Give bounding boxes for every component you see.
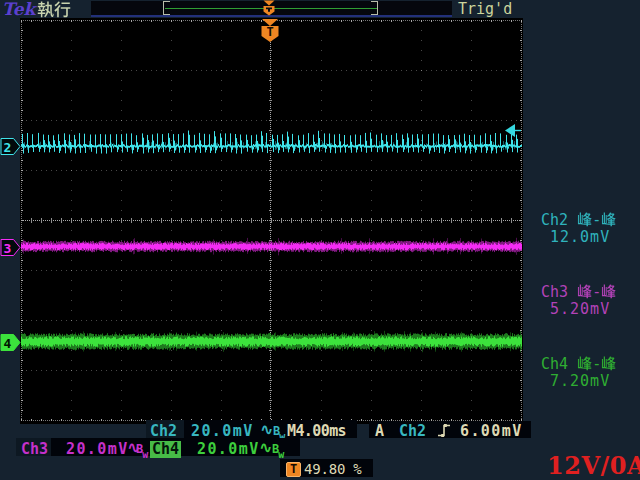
readout-ch3-scale: 20.0mV [66,442,129,457]
channel-marker-ch4-label: 4 [4,336,12,351]
trigger-status: Trig'd [458,1,512,17]
cjk-xing-glyph [54,1,70,17]
acquisition-status [37,1,71,21]
cjk-feng-glyph [578,212,592,226]
ch3-bandwidth-icon: Bw [136,442,148,462]
oscilloscope-screen: { "header": { "brand": "Tek", "acquisiti… [0,0,640,480]
readout-ch2-timebase-box: Ch2 20.0mV ∿ Bw M4.00ms [146,420,357,438]
pkpk-dash: - [592,355,601,373]
cjk-feng [601,284,616,299]
measurement-ch3-value: 5.20mV [541,300,640,317]
readout-trigger-box: A Ch2 6.00mV [369,421,531,438]
measurement-ch4-label: Ch4 - [541,356,640,372]
cjk-feng [577,212,592,227]
cjk-feng-glyph [578,356,592,370]
channel-marker-ch3-label: 3 [4,241,12,256]
readout-ch3-label: Ch3 [21,442,48,457]
tek-logo: Tek [2,0,35,18]
record-window-right-bracket [371,1,378,15]
cjk-feng-glyph [602,356,616,370]
trigger-source: Ch2 [399,424,426,439]
cjk-feng [577,356,592,371]
ch4-coupling-icon: ∿ [259,440,272,455]
record-view-bar [91,1,452,17]
readout-ch4-scale: 20.0mV [197,442,260,457]
ch2-coupling-icon: ∿ [260,422,273,437]
measurement-ch2-pkpk: Ch2 - 12.0mV [541,212,640,245]
record-trigger-marker [262,0,276,16]
readout-ch2-scale: 20.0mV [191,424,254,439]
pkpk-dash: - [592,283,601,301]
trigger-position-value: 49.80 % [304,462,362,477]
bw-letter-w: w [142,449,148,460]
record-trigger-marker-arrow [264,1,275,6]
trigger-mode: A [375,424,384,439]
measurement-ch2-value: 12.0mV [541,228,640,245]
trigger-position-box: T 49.80 % [280,459,373,477]
cjk-feng-glyph [602,284,616,298]
cjk-zhi-glyph [38,1,54,17]
trigger-slope-rising-icon [437,424,452,437]
cjk-feng [601,356,616,371]
measurement-ch2-channel: Ch2 [541,211,568,229]
readout-timebase: M4.00ms [287,424,346,439]
channel-marker-ch2-label: 2 [4,140,12,155]
measurement-ch3-label: Ch3 - [541,284,640,300]
cjk-xing [54,1,71,18]
measurement-ch4-channel: Ch4 [541,355,568,373]
measurement-ch4-value: 7.20mV [541,372,640,389]
pkpk-dash: - [592,211,601,229]
trigger-position-icon: T [286,462,301,477]
overlay-annotation: 12V/0A [547,453,640,479]
readout-ch3-ch4-box: Ch3 20.0mV ∿ Bw Ch4 20.0mV ∿ Bw [16,438,300,456]
readout-ch4-label-selected: Ch4 [150,441,181,458]
cjk-feng-glyph [602,212,616,226]
trigger-position-flag-label: T [266,25,273,39]
measurement-ch3-pkpk: Ch3 - 5.20mV [541,284,640,317]
measurement-ch4-pkpk: Ch4 - 7.20mV [541,356,640,389]
trigger-level: 6.00mV [460,424,523,439]
measurement-ch2-label: Ch2 - [541,212,640,228]
cjk-feng-glyph [578,284,592,298]
cjk-feng [577,284,592,299]
cjk-feng [601,212,616,227]
measurement-ch3-channel: Ch3 [541,283,568,301]
readout-ch2-label: Ch2 [150,424,177,439]
cjk-zhi [37,1,54,18]
